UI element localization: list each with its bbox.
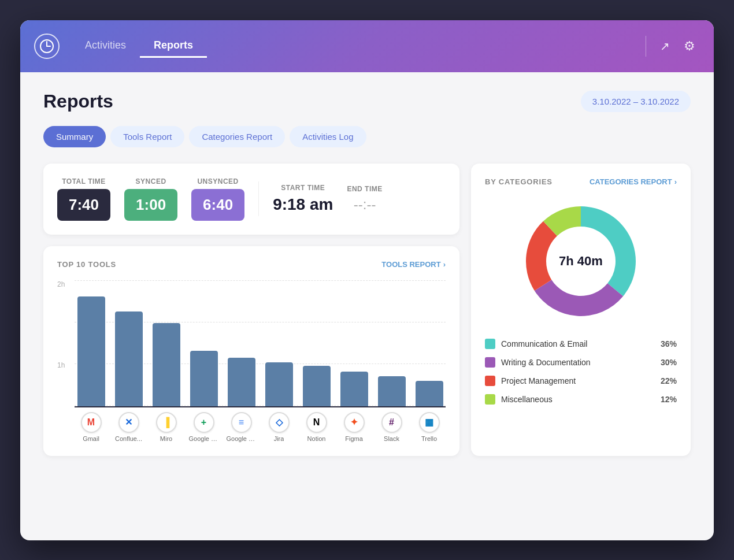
chart-baseline [75,406,446,407]
legend-item: Project Management22% [485,376,677,386]
bar-label-col: ◇Jira [262,412,295,442]
donut-segment [535,280,623,316]
tool-name: Conflue... [115,435,142,442]
chart-title: TOP 10 TOOLS [57,260,116,269]
tab-tools-report[interactable]: Tools Report [110,126,184,147]
header: Activities Reports ↗ ⚙ [20,20,714,72]
tab-summary[interactable]: Summary [43,126,106,147]
tool-name: Miro [160,435,172,442]
unsynced-badge: 6:40 [191,189,244,221]
tool-name: Gmail [83,435,99,442]
bar-chart-inner: 2h 1h [57,280,446,406]
donut-center-label: 7h 40m [559,254,603,269]
legend-dot [485,357,495,368]
bar-col [413,381,446,406]
bar-label-col: ≡Google Docs [225,412,258,442]
tab-activities-log[interactable]: Activities Log [290,126,366,147]
tool-name: Figma [345,435,363,442]
tool-icon: ▐ [156,412,177,433]
stats-card: TOTAL TIME 7:40 SYNCED 1:00 UNSYNCED 6:4… [43,164,459,235]
bar [228,358,255,406]
export-icon[interactable]: ↗ [655,37,674,55]
tool-icon: # [381,412,402,433]
bar-col [375,376,408,406]
header-divider [646,36,646,57]
categories-title: BY CATEGORIES [485,177,553,186]
bar-col [75,296,107,406]
legend-item: Miscellaneous12% [485,394,677,405]
legend-label: Project Management [501,376,576,385]
bar-col [150,323,183,406]
stat-start-time: START TIME 9:18 am [273,184,333,214]
stat-synced: SYNCED 1:00 [124,177,177,221]
tool-icon: ✕ [118,412,139,433]
page-title: Reports [43,91,113,112]
legend: Communication & Email36%Writing & Docume… [485,339,677,405]
tool-name: Google Sheets [189,435,219,442]
legend-dot [485,339,495,349]
tool-icon: M [81,412,102,433]
bar [77,296,105,406]
tool-icon: ✦ [344,412,365,433]
content: Reports 3.10.2022 – 3.10.2022 Summary To… [20,72,714,474]
legend-item: Writing & Documentation30% [485,357,677,368]
bar [153,323,180,406]
nav-tabs: Activities Reports [71,35,641,58]
bar-label-col: ✕Conflue... [112,412,145,442]
app-window: Activities Reports ↗ ⚙ Reports 3.10.2022… [20,20,714,540]
tool-icon: N [306,412,327,433]
bar [340,372,368,406]
legend-pct: 36% [661,339,677,348]
tool-name: Google Docs [227,435,257,442]
y-labels: 2h 1h [57,280,65,406]
tool-icon: ≡ [231,412,252,433]
bar-label-col: ▐Miro [150,412,183,442]
bar-col [300,366,333,406]
bar-label-col: #Slack [375,412,408,442]
bar [265,362,293,406]
chart-header: TOP 10 TOOLS TOOLS REPORT › [57,260,446,269]
bar-label-col: NNotion [300,412,333,442]
tab-reports[interactable]: Reports [140,35,207,58]
bar-col [112,311,145,406]
bar [416,381,443,406]
settings-icon[interactable]: ⚙ [679,36,700,56]
tool-icon: ▦ [419,412,440,433]
tool-name: Slack [384,435,399,442]
legend-pct: 12% [661,395,677,404]
date-range[interactable]: 3.10.2022 – 3.10.2022 [581,91,691,112]
bar [115,311,143,406]
tool-icon: ◇ [269,412,290,433]
tool-name: Jira [274,435,284,442]
bar-label-col: +Google Sheets [187,412,220,442]
left-column: TOTAL TIME 7:40 SYNCED 1:00 UNSYNCED 6:4… [43,164,459,456]
stat-divider [258,181,259,216]
page-header: Reports 3.10.2022 – 3.10.2022 [43,91,691,112]
bar-label-col: MGmail [75,412,107,442]
legend-pct: 30% [661,358,677,367]
tool-icon: + [194,412,214,433]
report-tabs-bar: Summary Tools Report Categories Report A… [43,126,691,147]
bar-labels: MGmail✕Conflue...▐Miro+Google Sheets≡Goo… [57,412,446,442]
start-time-value: 9:18 am [273,195,333,214]
tools-report-link[interactable]: TOOLS REPORT › [381,260,446,269]
tab-activities[interactable]: Activities [71,35,140,58]
end-time-value: --:-- [347,196,382,213]
tab-categories-report[interactable]: Categories Report [189,126,285,147]
donut-segment [581,206,636,296]
bar-col [187,351,220,406]
categories-header: BY CATEGORIES CATEGORIES REPORT › [485,177,677,186]
categories-report-link[interactable]: CATEGORIES REPORT › [590,177,677,186]
bar-col [262,362,295,406]
synced-badge: 1:00 [124,189,177,221]
bar-chart: 2h 1h [57,280,446,442]
bar [378,376,406,406]
categories-card: BY CATEGORIES CATEGORIES REPORT › 7h 40m… [471,164,691,456]
bar-col [225,358,258,406]
total-time-badge: 7:40 [57,189,110,221]
stat-total-time: TOTAL TIME 7:40 [57,177,110,221]
bar [190,351,218,406]
legend-label: Miscellaneous [501,395,553,404]
bar-label-col: ✦Figma [338,412,370,442]
bar [303,366,331,406]
